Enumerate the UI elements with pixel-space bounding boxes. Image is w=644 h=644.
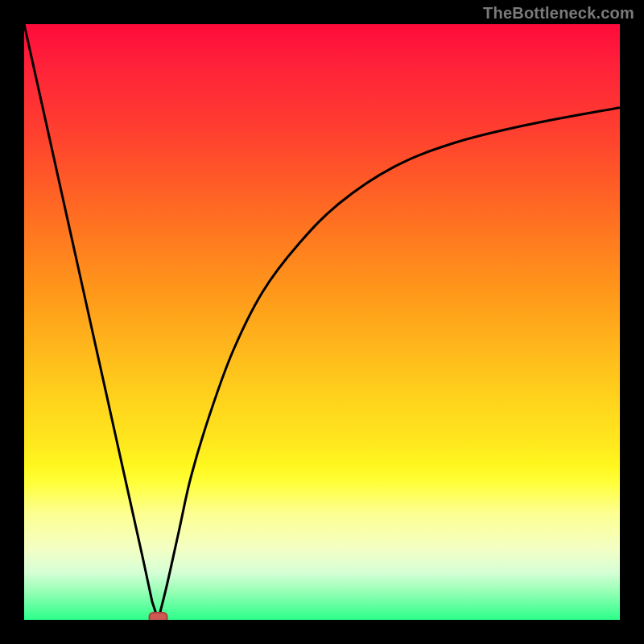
curve-left-branch [24,24,159,620]
chart-frame: TheBottleneck.com [0,0,644,644]
chart-svg [24,24,620,620]
plot-area [24,24,620,620]
curve-right-branch [159,108,621,620]
attribution-text: TheBottleneck.com [483,4,634,23]
minimum-marker [150,613,167,620]
